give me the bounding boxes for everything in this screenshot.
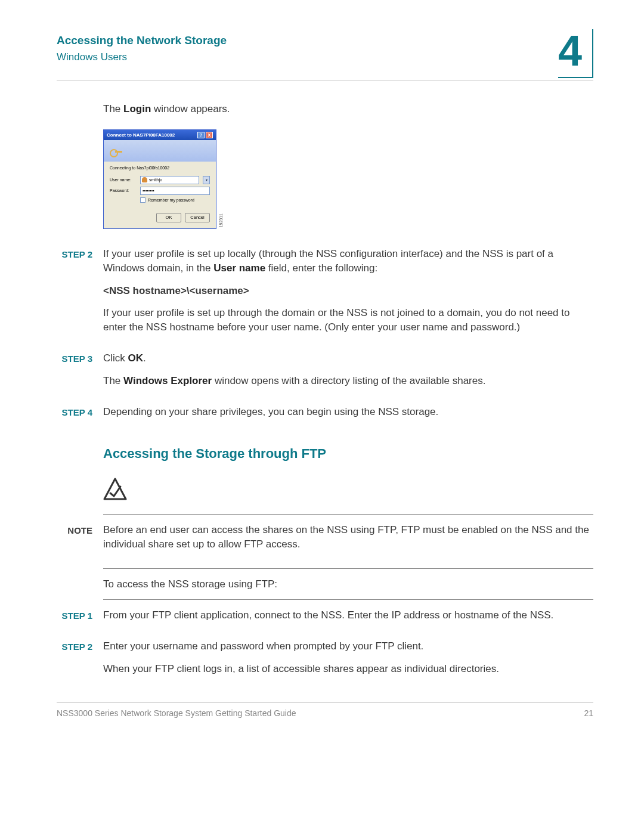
intro-bold: Login [123, 103, 151, 114]
username-dropdown-icon: ▾ [203, 176, 210, 184]
svg-marker-0 [104, 479, 126, 499]
step4-p1: Depending on your share privileges, you … [103, 405, 593, 419]
ftp-intro: To access the NSS storage using FTP: [103, 577, 593, 592]
section-heading: Accessing the Storage through FTP [103, 445, 593, 463]
header-subtitle: Windows Users [57, 50, 227, 64]
step-4-row: STEP 4 Depending on your share privilege… [57, 405, 593, 428]
cancel-button: Cancel [185, 213, 210, 223]
dialog-sidecode: 192311 [218, 213, 224, 227]
header-title: Accessing the Network Storage [57, 33, 227, 49]
password-label: Password: [110, 188, 137, 194]
ftp-step-2-row: STEP 2 Enter your username and password … [57, 639, 593, 685]
page-footer: NSS3000 Series Network Storage System Ge… [57, 702, 593, 720]
intro-post: window appears. [151, 103, 230, 114]
ok-bold: OK [128, 352, 144, 364]
note-top-rule [103, 514, 593, 515]
intro-pre: The [103, 103, 123, 114]
note-label: NOTE [57, 523, 92, 537]
step-label: STEP 3 [57, 351, 92, 397]
step-3-row: STEP 3 Click OK. The Windows Explorer wi… [57, 351, 593, 397]
dialog-banner [104, 140, 216, 162]
username-bold: User name [213, 262, 265, 274]
windows-explorer-bold: Windows Explorer [123, 375, 212, 386]
note-icon [103, 478, 593, 506]
step2-hostname-format: <NSS hostname>\<username> [103, 284, 593, 298]
username-label: User name: [110, 177, 137, 183]
fstep2-p1: Enter your username and password when pr… [103, 639, 593, 654]
chapter-box: 4 [558, 29, 593, 78]
password-input: •••••••• [140, 187, 210, 195]
remember-label: Remember my password [148, 197, 194, 203]
step-label: STEP 2 [57, 247, 92, 343]
close-icon: X [206, 132, 213, 138]
note-text: Before an end user can access the shares… [103, 523, 593, 552]
page-header: Accessing the Network Storage Windows Us… [57, 33, 593, 78]
dialog-connecting-text: Connecting to Nas7pi00fa10002 [110, 165, 210, 171]
footer-page-number: 21 [584, 708, 593, 720]
help-icon: ? [197, 132, 205, 138]
fstep2-p2: When your FTP client logs in, a list of … [103, 662, 593, 676]
step-label: STEP 1 [57, 608, 92, 631]
step-label: STEP 2 [57, 639, 92, 685]
fstep1-text: From your FTP client application, connec… [103, 608, 593, 623]
step2-p2: If your user profile is set up through t… [103, 306, 593, 335]
login-dialog-screenshot: Connect to NAS7PI00FA10002 ? X Connectin… [103, 129, 216, 229]
keys-icon [109, 144, 124, 157]
step3-p1: Click OK. [103, 351, 593, 366]
username-input: smithjo [140, 176, 199, 184]
note-bottom-rule [103, 568, 593, 569]
footer-left: NSS3000 Series Network Storage System Ge… [57, 708, 296, 720]
dialog-title-text: Connect to NAS7PI00FA10002 [107, 132, 175, 138]
ftp-steps-rule [103, 599, 593, 600]
ok-button: OK [156, 213, 181, 223]
step2-p1: If your user profile is set up locally (… [103, 247, 593, 275]
step3-p2: The Windows Explorer window opens with a… [103, 374, 593, 388]
dialog-titlebar: Connect to NAS7PI00FA10002 ? X [104, 130, 216, 140]
step-label: STEP 4 [57, 405, 92, 428]
intro-text: The Login window appears. [103, 102, 593, 116]
ftp-step-1-row: STEP 1 From your FTP client application,… [57, 608, 593, 631]
remember-checkbox [140, 197, 145, 203]
step-2-row: STEP 2 If your user profile is set up lo… [57, 247, 593, 343]
chapter-number: 4 [558, 29, 583, 72]
